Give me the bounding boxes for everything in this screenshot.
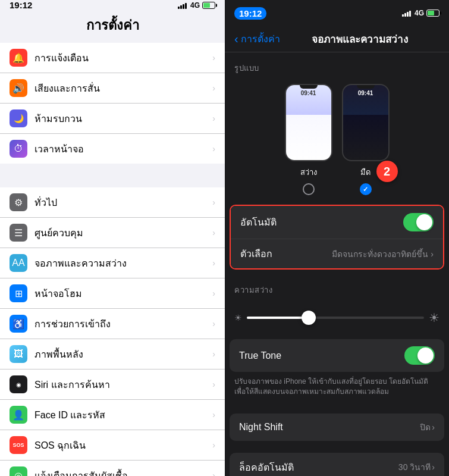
- options-row[interactable]: ตัวเลือก มืดจนกระทั่งดวงอาทิตย์ขึ้น ›: [231, 239, 443, 268]
- chevron-icon: ›: [212, 349, 215, 359]
- nightshift-row[interactable]: Night Shift ปิด ›: [230, 414, 444, 441]
- brightness-high-icon: ☀: [429, 311, 439, 325]
- nightshift-value: ปิด ›: [420, 421, 435, 434]
- right-status-icons: 4G: [402, 9, 439, 17]
- truetone-description: ปรับจอภาพของ iPhone ให้เข้ากับแสงที่อยู่…: [225, 372, 449, 402]
- settings-item-homescreen[interactable]: ⊞ หน้าจอโฮม ›: [0, 278, 225, 309]
- chevron-icon: ›: [212, 258, 215, 268]
- general-label: ทั่วไป: [34, 195, 212, 210]
- back-label: การตั้งค่า: [241, 32, 280, 46]
- settings-item-general[interactable]: ⚙ ทั่วไป ›: [0, 187, 225, 218]
- settings-item-faceid[interactable]: 👤 Face ID และรหัส ›: [0, 400, 225, 430]
- settings-item-sos[interactable]: SOS SOS ฉุกเฉิน ›: [0, 430, 225, 461]
- brightness-slider-row[interactable]: ☀ ☀: [234, 306, 439, 330]
- dnd-icon: 🌙: [10, 109, 27, 127]
- left-title: การตั้งค่า: [86, 18, 139, 33]
- homescreen-icon: ⊞: [10, 284, 27, 302]
- display-label: จอภาพและความสว่าง: [34, 256, 212, 271]
- chevron-icon: ›: [212, 228, 215, 237]
- dark-phone-mockup: 09:41: [342, 84, 390, 161]
- separator2: [225, 441, 449, 453]
- sounds-icon: 🔊: [10, 79, 27, 97]
- settings-item-dnd[interactable]: 🌙 ห้ามรบกวน ›: [0, 104, 225, 134]
- truetone-toggle[interactable]: [404, 346, 435, 365]
- auto-row[interactable]: อัตโนมัติ: [231, 206, 443, 239]
- dnd-label: ห้ามรบกวน: [34, 111, 212, 126]
- back-button[interactable]: ‹ การตั้งค่า: [234, 32, 280, 46]
- auto-options-section: อัตโนมัติ ตัวเลือก มืดจนกระทั่งดวงอาทิตย…: [230, 205, 444, 270]
- screentime-label: เวลาหน้าจอ: [34, 142, 212, 156]
- brightness-fill: [247, 317, 309, 319]
- chevron-icon: ›: [212, 440, 215, 450]
- chevron-icon: ›: [212, 380, 215, 389]
- nightshift-section: Night Shift ปิด ›: [230, 414, 444, 441]
- back-chevron: ‹: [234, 32, 238, 46]
- brightness-section-label: ความสว่าง: [225, 274, 449, 301]
- right-time: 19:12: [234, 7, 266, 20]
- dark-radio[interactable]: [360, 183, 372, 195]
- settings-item-sounds[interactable]: 🔊 เสียงและการสั่น ›: [0, 73, 225, 104]
- chevron-icon: ›: [212, 410, 215, 419]
- chevron-icon: ›: [212, 114, 215, 123]
- accessibility-label: การช่วยการเข้าถึง: [34, 317, 212, 331]
- light-radio[interactable]: [303, 183, 315, 195]
- control-label: ศูนย์ควบคุม: [34, 226, 212, 240]
- auto-label: อัตโนมัติ: [240, 215, 277, 230]
- chevron-icon: ›: [212, 144, 215, 154]
- settings-item-siri[interactable]: ◉ Siri และการค้นหา ›: [0, 369, 225, 400]
- section-group-1: 🔔 การแจ้งเตือน › 🔊 เสียงและการสั่น › 🌙 ห…: [0, 43, 225, 164]
- settings-item-wallpaper[interactable]: 🖼 ภาพพื้นหลัง ›: [0, 339, 225, 369]
- separator1: [225, 402, 449, 414]
- nav-title: จอภาพและความสว่าง: [280, 31, 439, 47]
- light-phone-time: 09:41: [301, 90, 316, 96]
- right-content: รูปแบบ 09:41 สว่าง 09:41 มืด 2: [225, 52, 449, 476]
- settings-item-exposure[interactable]: ◎ แจ้งเตือนการสัมผัสเชื้อ ›: [0, 461, 225, 476]
- settings-item-notifications[interactable]: 🔔 การแจ้งเตือน ›: [0, 43, 225, 73]
- brightness-thumb[interactable]: [302, 311, 316, 325]
- wallpaper-label: ภาพพื้นหลัง: [34, 347, 212, 362]
- chevron-icon: ›: [212, 289, 215, 298]
- display-icon: AA: [10, 254, 27, 272]
- options-value: มืดจนกระทั่งดวงอาทิตย์ขึ้น ›: [332, 248, 434, 261]
- sos-label: SOS ฉุกเฉิน: [34, 438, 212, 453]
- battery-icon: [202, 2, 215, 9]
- left-status-bar: 19:12 4G: [0, 0, 225, 10]
- faceid-label: Face ID และรหัส: [34, 408, 212, 422]
- autolock-row[interactable]: ล็อคอัตโนมัติ 30 วินาที ›: [230, 453, 444, 476]
- brightness-track[interactable]: [247, 317, 424, 319]
- settings-item-screentime[interactable]: ⏱ เวลาหน้าจอ ›: [0, 134, 225, 164]
- light-phone-mockup: 09:41: [285, 84, 332, 161]
- right-network-type: 4G: [415, 9, 424, 17]
- exposure-icon: ◎: [10, 466, 27, 476]
- options-label: ตัวเลือก: [240, 246, 272, 261]
- autolock-label: ล็อคอัตโนมัติ: [239, 460, 294, 475]
- general-icon: ⚙: [10, 193, 27, 211]
- right-status-bar: 19:12 4G: [225, 0, 449, 26]
- auto-toggle[interactable]: [403, 213, 434, 231]
- settings-item-display[interactable]: AA จอภาพและความสว่าง ›: [0, 248, 225, 278]
- light-option[interactable]: 09:41 สว่าง: [285, 84, 332, 195]
- notifications-icon: 🔔: [10, 49, 27, 67]
- section-group-2: ⚙ ทั่วไป › ☰ ศูนย์ควบคุม › AA จอภาพและคว…: [0, 187, 225, 476]
- wallpaper-icon: 🖼: [10, 345, 27, 363]
- sos-icon: SOS: [10, 436, 27, 454]
- nightshift-chevron: ›: [432, 422, 435, 432]
- nightshift-label: Night Shift: [239, 422, 283, 433]
- dark-phone-time: 09:41: [358, 90, 373, 96]
- truetone-row[interactable]: True Tone: [230, 339, 444, 372]
- brightness-section: ☀ ☀: [225, 301, 449, 339]
- settings-item-control[interactable]: ☰ ศูนย์ควบคุม ›: [0, 218, 225, 248]
- exposure-label: แจ้งเตือนการสัมผัสเชื้อ: [34, 468, 212, 477]
- chevron-icon: ›: [212, 198, 215, 207]
- accessibility-icon: ♿: [10, 315, 27, 333]
- light-label: สว่าง: [300, 166, 317, 178]
- left-status-icons: 4G: [178, 1, 215, 10]
- settings-item-accessibility[interactable]: ♿ การช่วยการเข้าถึง ›: [0, 309, 225, 339]
- chevron-icon: ›: [212, 83, 215, 93]
- control-icon: ☰: [10, 224, 27, 242]
- dark-option[interactable]: 09:41 มืด 2: [342, 84, 390, 195]
- divider: [0, 176, 225, 187]
- siri-icon: ◉: [10, 375, 27, 393]
- step2-badge: 2: [376, 161, 398, 182]
- appearance-row: 09:41 สว่าง 09:41 มืด 2: [225, 79, 449, 205]
